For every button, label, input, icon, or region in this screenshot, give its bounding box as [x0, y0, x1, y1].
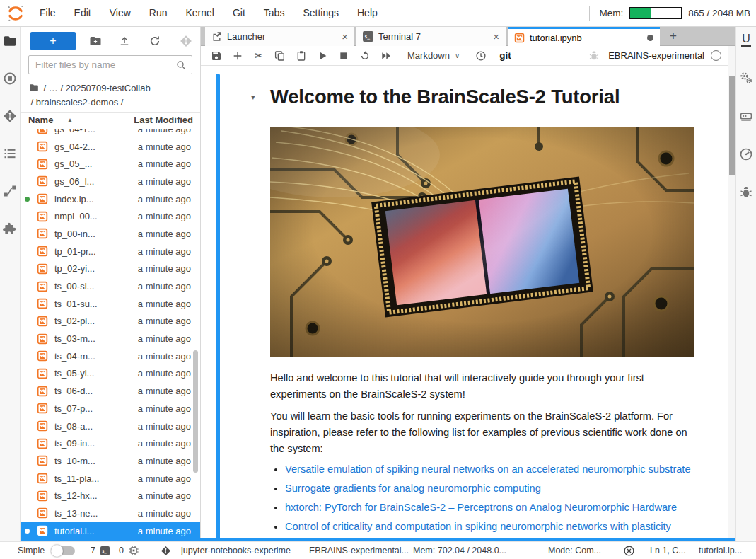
save-icon[interactable]: [211, 50, 222, 62]
upload-icon[interactable]: [118, 35, 131, 47]
paste-icon[interactable]: [296, 50, 307, 62]
new-folder-icon[interactable]: [89, 35, 102, 47]
file-row[interactable]: tp_00-in...a minute ago: [21, 225, 200, 243]
menu-git[interactable]: Git: [223, 0, 255, 26]
unfold-panel-icon[interactable]: U: [736, 33, 756, 47]
property-inspector-icon[interactable]: [736, 71, 756, 85]
menu-tabs[interactable]: Tabs: [255, 0, 294, 26]
file-row[interactable]: gs_05_...a minute ago: [21, 155, 200, 173]
menu-view[interactable]: View: [100, 0, 140, 26]
kernel-name[interactable]: EBRAINS-experimental: [608, 50, 704, 61]
git-toolbar-button[interactable]: git: [499, 50, 511, 61]
simple-mode-toggle[interactable]: [51, 546, 75, 555]
copy-icon[interactable]: [274, 50, 286, 62]
file-row[interactable]: ts_09-in...a minute ago: [21, 434, 200, 452]
editor-mode[interactable]: Mode: Com...: [548, 542, 601, 559]
menu-file[interactable]: File: [30, 0, 65, 26]
data-pipeline-icon[interactable]: [0, 184, 21, 198]
kernels-count[interactable]: 0: [119, 542, 124, 559]
table-of-contents-icon[interactable]: [0, 146, 21, 161]
breadcrumb-ellipsis[interactable]: …: [49, 83, 58, 93]
reference-link[interactable]: hxtorch: PyTorch for BrainScaleS-2 – Per…: [285, 502, 677, 513]
menu-settings[interactable]: Settings: [293, 0, 348, 26]
file-row[interactable]: ts_02-pl...a minute ago: [21, 313, 200, 330]
file-row[interactable]: index.ip...a minute ago: [21, 190, 200, 208]
file-name: gs_06_l...: [54, 176, 94, 187]
file-row[interactable]: tp_01-pr...a minute ago: [21, 243, 200, 260]
git-clone-icon[interactable]: [180, 35, 192, 47]
git-branch-icon[interactable]: [161, 546, 171, 556]
close-icon[interactable]: ×: [493, 31, 499, 42]
file-row[interactable]: ts_01-su...a minute ago: [21, 295, 200, 313]
menu-edit[interactable]: Edit: [65, 0, 100, 26]
menu-help[interactable]: Help: [348, 0, 387, 26]
git-branch-name[interactable]: jupyter-notebooks-experime: [181, 542, 291, 559]
notebook-scrollbar[interactable]: [728, 46, 735, 541]
file-name: gs_05_...: [54, 159, 93, 169]
simple-mode-label[interactable]: Simple: [18, 542, 45, 559]
new-tab-button[interactable]: +: [664, 28, 682, 45]
running-kernels-icon[interactable]: [0, 71, 21, 86]
bug-icon[interactable]: [588, 50, 600, 62]
file-row[interactable]: gs_06_l...a minute ago: [21, 173, 200, 190]
file-row[interactable]: ts_05-yi...a minute ago: [21, 365, 200, 383]
reference-link[interactable]: Versatile emulation of spiking neural ne…: [285, 463, 691, 475]
terminal-icon[interactable]: $_: [100, 546, 110, 555]
file-row[interactable]: ts_06-d...a minute ago: [21, 382, 200, 400]
cell-type-dropdown[interactable]: Markdown ∨: [407, 50, 460, 61]
kernel-status-icon[interactable]: [711, 50, 721, 61]
menu-kernel[interactable]: Kernel: [176, 0, 223, 26]
file-row[interactable]: gs_04-1...a minute ago: [21, 129, 200, 138]
file-row[interactable]: gs_04-2...a minute ago: [21, 138, 200, 156]
run-all-icon[interactable]: [380, 50, 392, 62]
file-row[interactable]: nmpi_00...a minute ago: [21, 207, 200, 225]
breadcrumb-segment[interactable]: brainscales2-demos: [36, 97, 118, 108]
refresh-icon[interactable]: [149, 35, 161, 47]
file-row[interactable]: ts_04-m...a minute ago: [21, 347, 200, 365]
kernel-status-text[interactable]: EBRAINS-experimental...: [309, 542, 409, 559]
filter-files-input[interactable]: [29, 56, 192, 74]
file-row[interactable]: ts_10-m...a minute ago: [21, 452, 200, 470]
folder-icon[interactable]: [28, 83, 40, 93]
file-row[interactable]: ts_00-si...a minute ago: [21, 277, 200, 295]
filter-files-field[interactable]: [28, 55, 192, 74]
file-row[interactable]: ts_03-m...a minute ago: [21, 330, 200, 347]
scrollbar-thumb[interactable]: [729, 76, 735, 175]
file-list-scrollbar[interactable]: [193, 350, 198, 473]
folder-icon[interactable]: [0, 34, 21, 48]
tab-tutorial-ipynb[interactable]: tutorial.ipynb: [508, 27, 660, 46]
file-row[interactable]: ts_11-pla...a minute ago: [21, 470, 200, 488]
reference-link[interactable]: Surrogate gradients for analog neuromorp…: [285, 483, 541, 494]
file-row[interactable]: tutorial.i...a minute ago: [21, 522, 200, 540]
terminals-count[interactable]: 7: [91, 542, 95, 559]
column-header-name[interactable]: Name: [28, 115, 53, 125]
heading-collapser-icon[interactable]: ▾: [251, 93, 255, 102]
add-cell-icon[interactable]: [232, 50, 243, 62]
cursor-position[interactable]: Ln 1, C...: [650, 542, 686, 559]
run-icon[interactable]: [317, 50, 328, 62]
file-row[interactable]: ts_07-p...a minute ago: [21, 400, 200, 417]
file-row[interactable]: tp_02-yi...a minute ago: [21, 260, 200, 278]
new-launcher-button[interactable]: +: [30, 32, 76, 50]
kernel-chip-icon[interactable]: [128, 545, 139, 556]
extension-manager-icon[interactable]: [0, 221, 21, 236]
reference-link[interactable]: Control of criticality and computation i…: [285, 521, 671, 532]
disk-usage-icon[interactable]: [736, 109, 756, 123]
file-row[interactable]: ts_08-a...a minute ago: [21, 417, 200, 435]
debugger-icon[interactable]: [736, 185, 756, 200]
column-header-modified[interactable]: Last Modified: [134, 115, 193, 125]
file-row[interactable]: ts_12-hx...a minute ago: [21, 487, 200, 505]
tab-terminal-7[interactable]: $_Terminal 7×: [356, 27, 506, 46]
restart-icon[interactable]: [359, 50, 371, 62]
not-trusted-icon[interactable]: [623, 545, 635, 557]
system-monitor-icon[interactable]: [736, 147, 756, 161]
cut-icon[interactable]: ✂: [253, 50, 264, 62]
close-icon[interactable]: ×: [342, 31, 348, 42]
file-row[interactable]: ts_13-ne...a minute ago: [21, 505, 200, 522]
git-icon[interactable]: [0, 109, 21, 123]
breadcrumb-segment[interactable]: 20250709-testCollab: [66, 83, 151, 93]
tab-launcher[interactable]: Launcher×: [205, 27, 354, 46]
clock-icon[interactable]: [475, 50, 487, 62]
menu-run[interactable]: Run: [140, 0, 177, 26]
stop-icon[interactable]: [338, 50, 349, 62]
